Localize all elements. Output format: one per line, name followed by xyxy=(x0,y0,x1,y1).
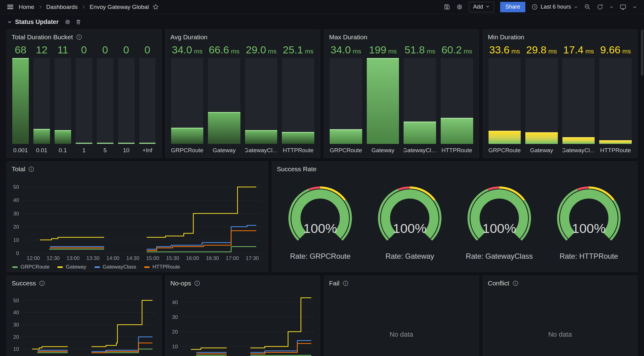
row-title[interactable]: Status Updater xyxy=(15,18,59,25)
bar-label: GRPCRoute xyxy=(489,144,521,154)
row-collapse-chevron-icon[interactable] xyxy=(7,20,12,24)
breadcrumb-dashboards[interactable]: Dashboards xyxy=(46,4,78,10)
panel-title: Fail xyxy=(329,280,339,287)
bar-value: 12 xyxy=(33,44,50,58)
share-button[interactable]: Share xyxy=(500,2,525,12)
info-icon[interactable] xyxy=(512,280,519,286)
panel-header[interactable]: No-ops xyxy=(166,276,320,289)
menu-icon[interactable] xyxy=(7,3,14,10)
gauge-canvas: 100% xyxy=(278,184,362,250)
panel-header[interactable]: Success Rate xyxy=(272,162,638,175)
bar-track xyxy=(139,58,156,144)
bar-value: 0 xyxy=(97,44,113,58)
bar-track xyxy=(171,58,204,144)
bar-value: 199ms xyxy=(367,44,399,58)
gear-icon[interactable] xyxy=(456,4,463,10)
breadcrumb-home[interactable]: Home xyxy=(19,4,34,10)
info-icon[interactable] xyxy=(194,280,200,286)
panel-header[interactable]: Avg Duration xyxy=(166,30,320,43)
svg-text:12:00: 12:00 xyxy=(27,255,40,261)
bar-track xyxy=(441,58,473,144)
bar-fill xyxy=(97,143,113,144)
legend-item[interactable]: HTTPRoute xyxy=(144,264,180,270)
bar-label: GatewayCl… xyxy=(562,144,595,154)
add-button[interactable]: Add xyxy=(469,2,494,12)
svg-text:14:30: 14:30 xyxy=(126,255,140,261)
save-icon[interactable] xyxy=(444,4,450,10)
bar-value: 33.6ms xyxy=(489,44,521,58)
info-icon[interactable] xyxy=(28,166,34,172)
bar-label: +Inf xyxy=(139,144,156,154)
info-icon[interactable] xyxy=(76,34,82,40)
svg-text:15:30: 15:30 xyxy=(166,255,179,261)
bar-fill xyxy=(562,137,595,144)
collapse-chevron-icon[interactable] xyxy=(632,5,637,10)
bar-value: 60.2ms xyxy=(441,44,473,58)
bar-gauge-column: 9.66msHTTPRoute xyxy=(599,44,632,154)
svg-text:12:30: 12:30 xyxy=(47,255,60,261)
bar-value: 34.0ms xyxy=(330,44,362,58)
chart-canvas: 0102030405012:0013:0014:0015:0016:0017:0… xyxy=(7,289,161,356)
panel-header[interactable]: Max Duration xyxy=(324,30,479,43)
svg-text:30: 30 xyxy=(172,314,178,320)
legend-swatch-icon xyxy=(94,266,100,268)
panel-fail: Fail No data xyxy=(324,276,479,356)
bar-gauge-chart: 34.0msGRPCRoute66.6msGateway29.0msGatewa… xyxy=(166,43,320,157)
panel-header[interactable]: Min Duration xyxy=(483,30,638,43)
panel-title: Success Rate xyxy=(277,165,317,173)
panel-header[interactable]: Conflict xyxy=(483,276,638,289)
bar-label: 1 xyxy=(76,144,92,154)
bar-track xyxy=(118,58,135,144)
bar-fill xyxy=(404,122,436,144)
panel-success: Success 0102030405012:0013:0014:0015:001… xyxy=(6,276,162,356)
panel-header[interactable]: Total Duration Bucket xyxy=(7,30,161,43)
panel-header[interactable]: Fail xyxy=(324,276,479,289)
gauge-chart: 100%Rate: GRPCRoute100%Rate: Gateway100%… xyxy=(272,175,638,272)
bar-label: Gateway xyxy=(208,144,240,154)
bar-value: 9.66ms xyxy=(599,44,632,58)
bar-track xyxy=(245,58,278,144)
scrollbar-thumb[interactable] xyxy=(641,29,643,75)
bar-fill xyxy=(525,132,558,144)
svg-text:40: 40 xyxy=(13,197,19,203)
svg-text:100%: 100% xyxy=(482,221,516,236)
gauge: 100%Rate: GatewayClass xyxy=(454,184,544,261)
refresh-interval-chevron-icon[interactable] xyxy=(609,5,614,9)
trash-icon[interactable] xyxy=(75,19,81,25)
time-range-picker[interactable]: Last 6 hours xyxy=(531,4,578,10)
panel-max-duration: Max Duration 34.0msGRPCRoute199msGateway… xyxy=(324,29,479,158)
bar-fill xyxy=(441,118,473,144)
bar-label: 0.001 xyxy=(12,144,29,154)
panel-conflict: Conflict No data xyxy=(483,276,638,356)
zoom-out-icon[interactable] xyxy=(584,4,591,10)
panel-title: Conflict xyxy=(488,280,509,287)
bar-label: HTTPRoute xyxy=(282,144,314,154)
bar-fill xyxy=(208,112,240,144)
info-icon[interactable] xyxy=(39,280,45,286)
bar-gauge-column: 05 xyxy=(97,44,113,154)
legend-item[interactable]: GatewayClass xyxy=(94,264,136,270)
svg-text:50: 50 xyxy=(13,184,19,190)
panel-row-2: Total 0102030405012:0012:3013:0013:3014:… xyxy=(6,161,638,272)
bar-gauge-column: 25.1msHTTPRoute xyxy=(282,44,314,154)
bar-value: 0 xyxy=(76,44,92,58)
gear-icon[interactable] xyxy=(65,19,71,25)
legend-label: GRPCRoute xyxy=(21,264,49,270)
svg-text:13:30: 13:30 xyxy=(86,255,100,261)
legend-item[interactable]: Gateway xyxy=(57,264,86,270)
refresh-icon[interactable] xyxy=(597,4,603,10)
bar-value: 17.4ms xyxy=(562,44,595,58)
legend-item[interactable]: GRPCRoute xyxy=(12,264,49,270)
bar-label: GatewayCl… xyxy=(404,144,436,154)
panel-total: Total 0102030405012:0012:3013:0013:3014:… xyxy=(6,161,268,272)
info-icon[interactable] xyxy=(343,280,349,286)
panel-header[interactable]: Total xyxy=(7,162,268,175)
chevron-right-icon xyxy=(81,5,86,9)
bar-value: 0 xyxy=(118,44,135,58)
panel-min-duration: Min Duration 33.6msGRPCRoute29.8msGatewa… xyxy=(483,29,638,158)
gauge: 100%Rate: HTTPRoute xyxy=(544,184,634,261)
bar-fill xyxy=(55,130,71,144)
monitor-icon[interactable] xyxy=(620,4,626,10)
star-icon[interactable] xyxy=(152,4,159,10)
panel-header[interactable]: Success xyxy=(7,276,161,289)
